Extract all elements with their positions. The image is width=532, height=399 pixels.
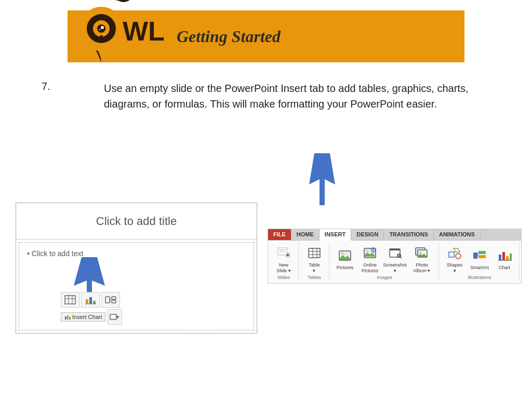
table-ribbon-icon bbox=[305, 244, 324, 262]
chart-icon-small bbox=[81, 292, 100, 308]
svg-line-64 bbox=[477, 252, 478, 256]
smartart-icon-small bbox=[101, 292, 120, 308]
svg-point-60 bbox=[456, 254, 461, 259]
smartart-label: SmartArt bbox=[470, 265, 489, 271]
svg-rect-69 bbox=[510, 254, 512, 260]
svg-line-52 bbox=[400, 257, 402, 258]
tab-transitions[interactable]: TRANSITIONS bbox=[384, 229, 434, 240]
tab-home[interactable]: HOME bbox=[291, 229, 320, 240]
online-pictures-label: OnlinePictures bbox=[362, 262, 379, 274]
ribbon-body: NewSlide ▾ Slides bbox=[268, 241, 521, 283]
tab-file[interactable]: FILE bbox=[268, 229, 291, 240]
svg-rect-20 bbox=[112, 300, 116, 303]
smartart-item[interactable]: SmartArt bbox=[468, 246, 491, 271]
table-ribbon-label: Table▾ bbox=[309, 262, 320, 274]
svg-point-44 bbox=[366, 250, 368, 252]
svg-rect-58 bbox=[449, 252, 454, 257]
video-icon-small bbox=[108, 309, 122, 325]
photo-album-item[interactable]: PhotoAlbum ▾ bbox=[408, 244, 435, 274]
online-pictures-icon bbox=[361, 244, 379, 262]
svg-point-56 bbox=[419, 251, 421, 254]
svg-rect-19 bbox=[112, 297, 116, 299]
big-blue-arrow bbox=[301, 153, 343, 205]
instruction-text: Use an empty slide or the PowerPoint Ins… bbox=[104, 81, 511, 112]
svg-rect-63 bbox=[478, 255, 486, 258]
table-icon bbox=[61, 292, 79, 308]
svg-rect-26 bbox=[110, 314, 116, 320]
shapes-icon bbox=[445, 244, 464, 262]
smartart-icon bbox=[470, 246, 489, 265]
screenshot-item[interactable]: Screenshot▾ bbox=[383, 244, 406, 274]
svg-rect-14 bbox=[86, 299, 88, 304]
slide-title-area[interactable]: Click to add title bbox=[16, 203, 257, 240]
svg-point-4 bbox=[101, 26, 104, 29]
svg-point-53 bbox=[398, 255, 400, 256]
svg-text:WL: WL bbox=[123, 16, 165, 46]
svg-rect-15 bbox=[89, 297, 92, 304]
online-pictures-item[interactable]: OnlinePictures bbox=[358, 244, 381, 274]
ribbon-group-illustrations: Shapes▾ bbox=[440, 243, 520, 281]
svg-rect-10 bbox=[65, 296, 75, 304]
tables-icons: Table▾ bbox=[303, 244, 326, 274]
chart-item[interactable]: Chart bbox=[493, 246, 516, 271]
images-icons: Pictures bbox=[334, 244, 435, 274]
pictures-item[interactable]: Pictures bbox=[334, 246, 356, 271]
svg-point-5 bbox=[99, 29, 101, 31]
svg-rect-68 bbox=[506, 256, 509, 260]
svg-rect-31 bbox=[280, 251, 284, 252]
tab-insert[interactable]: INSERT bbox=[320, 229, 351, 241]
svg-rect-50 bbox=[390, 249, 400, 250]
svg-rect-25 bbox=[69, 317, 71, 320]
svg-rect-23 bbox=[65, 316, 66, 320]
screenshot-icon bbox=[385, 244, 404, 262]
svg-marker-28 bbox=[309, 153, 335, 205]
main-content: 7. Use an empty slide or the PowerPoint … bbox=[42, 81, 511, 112]
svg-rect-30 bbox=[280, 249, 286, 250]
owl-logo: WL bbox=[73, 0, 166, 62]
photo-album-icon bbox=[413, 244, 431, 262]
svg-rect-66 bbox=[499, 255, 501, 260]
instruction-number: 7. bbox=[42, 81, 50, 92]
illustrations-icons: Shapes▾ bbox=[443, 244, 516, 274]
ribbon-group-slides: NewSlide ▾ Slides bbox=[269, 243, 299, 281]
svg-rect-24 bbox=[67, 315, 69, 320]
tab-design[interactable]: DESIGN bbox=[351, 229, 384, 240]
svg-line-65 bbox=[477, 256, 478, 257]
svg-point-41 bbox=[341, 252, 344, 255]
illustrations-group-label: Illustrations bbox=[468, 275, 491, 280]
instruction-wrapper: 7. Use an empty slide or the PowerPoint … bbox=[42, 81, 511, 112]
slide-title-placeholder: Click to add title bbox=[96, 215, 177, 228]
slide-mock: Click to add title • Click to add text bbox=[16, 203, 257, 334]
slides-icons: NewSlide ▾ bbox=[272, 244, 295, 274]
svg-rect-16 bbox=[93, 301, 96, 304]
screenshot-label: Screenshot▾ bbox=[383, 262, 407, 274]
new-slide-item[interactable]: NewSlide ▾ bbox=[272, 244, 295, 274]
images-group-label: Images bbox=[377, 275, 392, 280]
ribbon-group-tables: Table▾ Tables bbox=[300, 243, 329, 281]
ribbon-area: FILE HOME INSERT DESIGN TRANSITIONS ANIM… bbox=[268, 203, 522, 334]
tab-animations[interactable]: ANIMATIONS bbox=[434, 229, 481, 240]
svg-marker-59 bbox=[454, 248, 460, 252]
pictures-label: Pictures bbox=[337, 265, 354, 271]
svg-rect-61 bbox=[473, 252, 477, 259]
svg-rect-18 bbox=[105, 297, 110, 303]
banner-title: Getting Started bbox=[177, 27, 281, 46]
insert-chart-label: Insert Chart bbox=[72, 314, 102, 320]
svg-marker-27 bbox=[117, 315, 119, 318]
insert-chart-button[interactable]: Insert Chart bbox=[61, 312, 105, 322]
header-banner: WL Getting Started bbox=[68, 10, 464, 62]
chart-label: Chart bbox=[499, 265, 510, 271]
slide-body-placeholder: • Click to add text bbox=[27, 249, 83, 258]
table-item[interactable]: Table▾ bbox=[303, 244, 326, 274]
two-column-area: Click to add title • Click to add text bbox=[16, 203, 522, 334]
svg-rect-67 bbox=[502, 252, 505, 260]
svg-rect-35 bbox=[309, 248, 320, 258]
pictures-icon bbox=[336, 246, 354, 265]
svg-rect-62 bbox=[478, 251, 486, 254]
slides-group-label: Slides bbox=[277, 275, 290, 280]
ribbon-tabs: FILE HOME INSERT DESIGN TRANSITIONS ANIM… bbox=[268, 229, 521, 241]
shapes-item[interactable]: Shapes▾ bbox=[443, 244, 466, 274]
new-slide-icon bbox=[274, 244, 293, 262]
photo-album-label: PhotoAlbum ▾ bbox=[413, 262, 430, 274]
slide-body-area[interactable]: • Click to add text bbox=[19, 242, 254, 330]
